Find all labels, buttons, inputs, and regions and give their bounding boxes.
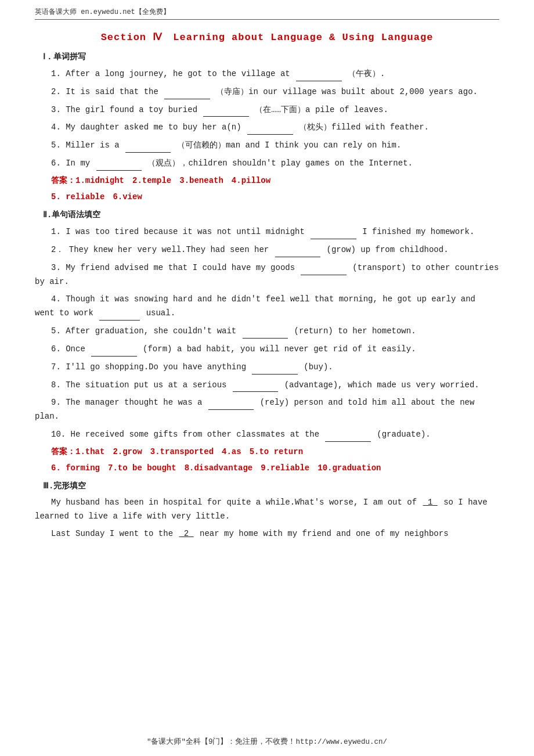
q2-9-blank [208, 395, 254, 410]
q2-7-num: 7. [51, 362, 66, 372]
q1-3: 3. The girl found a toy buried （在……下面）a … [35, 103, 499, 117]
q2-2: 2． They knew her very well.They had seen… [35, 243, 499, 257]
page-wrapper: 英语备课大师 en.eywedu.net【全免费】 Section Ⅳ Lear… [0, 0, 534, 756]
q1-2-blank [164, 85, 210, 99]
q2-3-num: 3. [51, 263, 66, 272]
q1-3-hint: （在……下面）a pile of leaves. [255, 105, 388, 114]
q2-2-hint: (grow) [327, 245, 356, 254]
q2-9-text: The manager thought he was a [66, 398, 207, 407]
q2-6-num: 6. [51, 344, 66, 354]
q2-8-blank [233, 378, 278, 393]
s2-ans2: 6. forming 7.to be bought 8.disadvantage… [51, 463, 381, 473]
q1-3-blank [203, 103, 248, 117]
q1-2: 2. It is said that the （寺庙）in our villag… [35, 85, 499, 99]
q1-5-hint: （可信赖的）man and I think you can rely on hi… [177, 141, 401, 150]
q1-6-text: In my [66, 159, 90, 168]
q1-2-num: 2. [51, 87, 66, 96]
q2-10: 10. He received some gifts from other cl… [35, 427, 499, 442]
q2-7: 7. I'll go shopping.Do you have anything… [35, 360, 499, 375]
q2-7-blank [252, 360, 297, 375]
q1-4-blank [247, 120, 293, 135]
q1-6-num: 6. [51, 159, 66, 168]
section2-heading: Ⅱ.单句语法填空 [35, 210, 499, 220]
q1-6-blank [96, 156, 142, 171]
q1-5-text: Miller is a [66, 141, 119, 150]
q2-1-blank [311, 225, 356, 239]
q1-3-text: The girl found a toy buried [66, 105, 197, 114]
q2-8-num: 8. [51, 380, 66, 390]
q2-10-num: 10. [51, 430, 71, 439]
q2-3-blank [301, 261, 346, 275]
q2-4-blank [99, 306, 140, 321]
q2-8-text: The situation put us at a serious [66, 380, 232, 390]
q2-8-text2: which made us very worried. [348, 380, 479, 390]
q1-4-text: My daughter asked me to buy her a(n) [66, 123, 241, 132]
q1-6-hint: （观点），children shouldn't play games on th… [147, 159, 412, 168]
q2-10-hint: (graduate). [377, 430, 430, 439]
q2-5-hint: (return) [294, 326, 338, 336]
top-bar-left: 英语备课大师 en.eywedu.net【全免费】 [35, 7, 170, 17]
section3-para1: My husband has been in hospital for quit… [35, 496, 499, 524]
footer-bar: "备课大师"全科【9门】：免注册，不收费！http://www.eywedu.c… [0, 737, 534, 747]
q1-5: 5. Miller is a （可信赖的）man and I think you… [35, 138, 499, 153]
q2-5-text: After graduation, she couldn't wait [66, 326, 241, 336]
q2-5-num: 5. [51, 326, 66, 336]
q2-5: 5. After graduation, she couldn't wait (… [35, 324, 499, 339]
q2-5-blank [243, 324, 288, 339]
q1-5-blank [125, 138, 171, 153]
q2-7-text: I'll go shopping.Do you have anything [66, 362, 246, 372]
q1-3-num: 3. [51, 105, 66, 114]
s2-ans1: 1.that 2.grow 3.transported 4.as 5.to re… [75, 447, 303, 456]
section3-para1-text1: My husband has been in hospital for quit… [51, 498, 422, 507]
q2-5-text2: to her hometown. [338, 326, 416, 336]
section3-para2: Last Sunday I went to the 2 near my home… [35, 527, 499, 541]
section3-blank2: 2 [179, 529, 193, 538]
q2-6-hint: (form) [143, 344, 172, 354]
q2-8: 8. The situation put us at a serious (ad… [35, 378, 499, 393]
q2-3-hint: (transport) [352, 263, 406, 272]
q2-6: 6. Once (form) a bad habit, you will nev… [35, 342, 499, 357]
q1-6: 6. In my （观点），children shouldn't play ga… [35, 156, 499, 171]
q2-2-num: 2． [51, 245, 64, 254]
q2-2-text2: up from childhood. [360, 245, 448, 254]
q1-4-hint: （枕头）filled with feather. [299, 123, 429, 132]
q2-1-num: 1. [51, 227, 66, 236]
q2-4-num: 4. [51, 294, 66, 304]
section3-heading: Ⅲ.完形填空 [35, 481, 499, 491]
section3-para2-text1: Last Sunday I went to the [51, 529, 178, 538]
section3-para2-text2: near my home with my friend and one of m… [200, 529, 448, 538]
main-title: Section Ⅳ Learning about Language & Usin… [35, 30, 499, 44]
q2-9-hint: (rely) [260, 398, 289, 407]
section2-answer-line2: 6. forming 7.to be bought 8.disadvantage… [35, 462, 499, 476]
footer-text: "备课大师"全科【9门】：免注册，不收费！http://www.eywedu.c… [147, 738, 387, 746]
q2-3-text: My friend advised me that I could have m… [66, 263, 300, 272]
s1-ans1: 1.midnight 2.temple 3.beneath 4.pillow [75, 176, 270, 185]
q1-4: 4. My daughter asked me to buy her a(n) … [35, 120, 499, 135]
q1-1: 1. After a long journey, he got to the v… [35, 67, 499, 81]
q2-2-blank [275, 243, 320, 257]
q1-2-hint: （寺庙）in our village was built about 2,000… [216, 87, 478, 96]
s1-ans2: 5. reliable 6.view [51, 192, 142, 201]
q2-8-hint: (advantage), [284, 380, 343, 390]
top-bar: 英语备课大师 en.eywedu.net【全免费】 [35, 7, 499, 20]
q2-4: 4. Though it was snowing hard and he did… [35, 293, 499, 321]
q1-2-text: It is said that the [66, 87, 158, 96]
section1-answer-line2: 5. reliable 6.view [35, 190, 499, 204]
q2-1-text: I was too tired because it was not until… [66, 227, 309, 236]
q2-9-num: 9. [51, 398, 66, 407]
section2-answer-line1: 答案：1.that 2.grow 3.transported 4.as 5.to… [35, 445, 499, 459]
q1-1-hint: （午夜）. [348, 69, 385, 78]
q1-5-num: 5. [51, 141, 66, 150]
q2-7-hint: (buy). [304, 362, 333, 372]
q2-10-text: He received some gifts from other classm… [71, 430, 324, 439]
q1-1-num: 1. [51, 69, 66, 78]
q2-6-blank [91, 342, 136, 357]
q2-6-text: Once [66, 344, 90, 354]
q2-9: 9. The manager thought he was a (rely) p… [35, 395, 499, 424]
section1-answer-line1: 答案：1.midnight 2.temple 3.beneath 4.pillo… [35, 174, 499, 188]
section1-heading: Ⅰ．单词拼写 [35, 52, 499, 62]
q1-1-text: After a long journey, he got to the vill… [66, 69, 290, 78]
q2-1: 1. I was too tired because it was not un… [35, 225, 499, 239]
q2-10-blank [325, 427, 370, 442]
section3-blank1: 1 [423, 498, 438, 507]
